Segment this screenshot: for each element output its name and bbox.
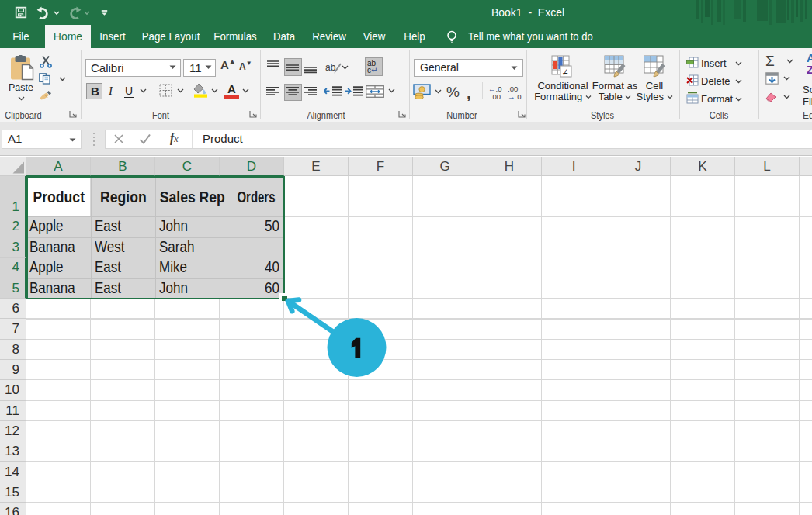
svg-text:ab: ab (325, 62, 336, 73)
svg-text:≠: ≠ (563, 67, 568, 78)
